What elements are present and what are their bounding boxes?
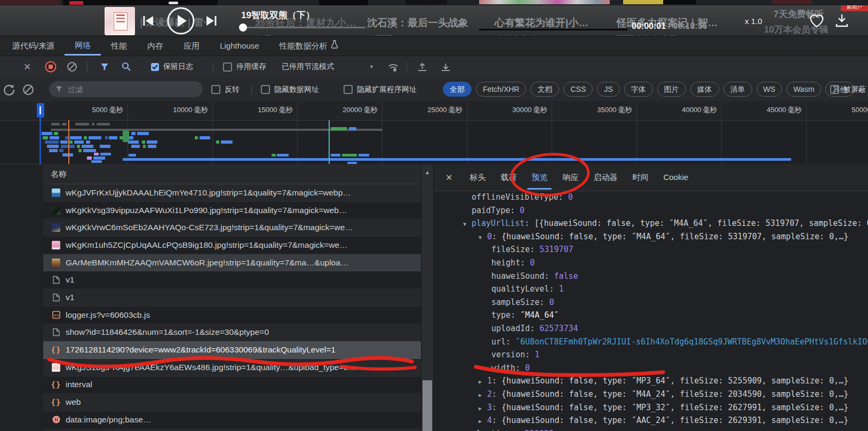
preview-json-line[interactable]: ▼playUrlList: [{huaweiSound: false, type… <box>434 218 868 232</box>
filter-input[interactable] <box>67 84 186 94</box>
tab-performance-insights[interactable]: 性能数据分析 <box>269 36 348 56</box>
expanded-arrow-icon[interactable]: ▼ <box>479 234 487 240</box>
filter-chip-img[interactable]: 图片 <box>657 82 686 97</box>
preview-json-line[interactable]: fileSize: 5319707 <box>434 245 868 258</box>
filter-chip-manifest[interactable]: 清单 <box>723 82 752 97</box>
preserve-log-checkbox[interactable] <box>151 63 159 71</box>
request-list-scrollbar[interactable]: ▲ <box>421 164 434 431</box>
collapsed-arrow-icon[interactable]: ▶ <box>479 379 487 385</box>
preview-json-line[interactable]: url: ″6U8onCT8EFmh0TpWr2RJIUI-s6Ih4XoTdg… <box>434 337 868 350</box>
preview-json-line[interactable]: offlineVisibleType: 0 <box>434 192 868 206</box>
progress-slider[interactable] <box>241 27 365 28</box>
network-overview[interactable]: 5000 毫秒10000 毫秒15000 毫秒20000 毫秒25000 毫秒3… <box>0 101 868 164</box>
record-network-log-button[interactable] <box>45 56 57 77</box>
request-row[interactable]: {}interval <box>43 377 421 394</box>
detail-tab-response[interactable]: 响应 <box>555 164 586 191</box>
preview-json-line[interactable]: playtimes: 230638 <box>434 429 868 431</box>
block-icon[interactable] <box>22 77 34 101</box>
close-devtools-icon[interactable]: ✕ <box>23 61 31 73</box>
request-row[interactable]: wKgKkVrwC6mSoEb2AAHYAQo-CsE723.jpg!strip… <box>43 219 421 237</box>
request-row[interactable]: v1 <box>43 289 421 307</box>
tab-lighthouse[interactable]: Lighthouse <box>210 36 269 56</box>
request-row[interactable]: «»logger.js?v=60603cb.js <box>43 307 421 324</box>
collapsed-arrow-icon[interactable]: ▶ <box>479 405 487 411</box>
clear-network-log-icon[interactable] <box>67 56 77 77</box>
request-row[interactable]: data:image/png;base… <box>43 411 421 429</box>
request-row[interactable]: wKgJS1og9-KAjg7eAAEkzY6aEWs486.jpg!strip… <box>43 359 421 377</box>
preview-json-line[interactable]: version: 1 <box>434 350 868 363</box>
preview-json-line[interactable]: qualityLevel: 1 <box>434 284 868 297</box>
search-icon[interactable] <box>122 56 131 77</box>
request-row[interactable]: v1 <box>43 271 421 289</box>
preview-json-line[interactable]: ▶1: {huaweiSound: false, type: ″MP3_64″,… <box>434 376 868 389</box>
detail-tab-initiator[interactable]: 启动器 <box>586 164 625 191</box>
favorite-heart-icon[interactable] <box>809 13 825 28</box>
chevron-down-icon[interactable]: ▼ <box>369 64 374 69</box>
preview-json-line[interactable]: width: 0 <box>434 363 868 377</box>
tab-memory[interactable]: 内存 <box>137 36 173 56</box>
invert-filter-checkbox[interactable] <box>211 85 220 94</box>
network-conditions-icon[interactable] <box>387 56 399 77</box>
filter-chip-js[interactable]: JS <box>597 82 619 97</box>
filter-chip-media[interactable]: 媒体 <box>690 82 719 97</box>
filter-chip-wasm[interactable]: Wasm <box>786 82 821 97</box>
detail-tab-preview[interactable]: 预览 <box>524 164 555 191</box>
scrollbar-up-icon[interactable]: ▲ <box>421 169 433 175</box>
preview-json-line[interactable]: ▶3: {huaweiSound: false, type: ″MP3_32″,… <box>434 403 868 416</box>
export-har-icon[interactable] <box>441 56 451 77</box>
detail-tab-payload[interactable]: 载荷 <box>493 164 524 191</box>
scrollbar-thumb[interactable] <box>423 380 432 431</box>
tab-sources[interactable]: 源代码/来源 <box>2 36 65 56</box>
detail-tab-headers[interactable]: 标头 <box>462 164 493 191</box>
close-detail-icon[interactable]: ✕ <box>445 173 452 183</box>
preview-json-line[interactable]: ▶2: {huaweiSound: false, type: ″M4A_24″,… <box>434 389 868 403</box>
expanded-arrow-icon[interactable]: ▼ <box>463 221 472 227</box>
previous-track-icon[interactable] <box>142 15 155 27</box>
detail-tab-timing[interactable]: 时间 <box>625 164 656 191</box>
filter-chip-doc[interactable]: 文档 <box>530 82 559 97</box>
request-row[interactable]: GArMeBMKmMHZAAQmVAMCW6oR.jpeg!strip=1&qu… <box>43 254 421 272</box>
slider-knob[interactable] <box>239 23 247 32</box>
preview-json-line[interactable]: ▼0: {huaweiSound: false, type: ″M4A_64″,… <box>434 232 868 245</box>
play-icon[interactable] <box>166 6 195 35</box>
tab-network[interactable]: 网络 <box>65 36 101 56</box>
filter-chip-all[interactable]: 全部 <box>443 82 472 97</box>
preview-json-line[interactable]: ▶4: {huaweiSound: false, type: ″AAC_24″,… <box>434 416 868 429</box>
request-row[interactable]: wKgKkVsg39vippuzAAFWuXi1LPo990.jpg!strip… <box>43 202 421 220</box>
timeline-handle[interactable] <box>37 103 44 117</box>
next-track-icon[interactable] <box>205 15 218 27</box>
tab-application[interactable]: 应用 <box>173 36 210 56</box>
request-row[interactable]: wKgJVFrKxUjjykDAAALhEiQmYe4710.jpg!strip… <box>43 184 421 202</box>
filter-chip-fetch-xhr[interactable]: Fetch/XHR <box>476 82 526 97</box>
request-row[interactable]: {}web <box>43 394 421 411</box>
request-table-header[interactable]: 名称 <box>43 164 421 184</box>
collapsed-arrow-icon[interactable]: ▶ <box>479 418 487 424</box>
request-row[interactable]: wKgJVVrqxFbmuT8uAKALX10UEU366…go=23… <box>43 429 421 431</box>
hide-extension-urls-checkbox[interactable] <box>344 85 353 94</box>
hide-data-urls-checkbox[interactable] <box>261 85 270 94</box>
detail-tab-cookies[interactable]: Cookie <box>656 164 696 191</box>
tab-performance[interactable]: 性能 <box>101 36 137 56</box>
preview-json-line[interactable]: huaweiSound: false <box>434 271 868 285</box>
import-har-icon[interactable] <box>417 56 427 77</box>
request-row[interactable]: {}1726128114290?device=www2&trackId=6063… <box>43 341 421 359</box>
preview-json-line[interactable]: type: ″M4A_64″ <box>434 310 868 324</box>
preview-json-line[interactable]: uploadId: 62573734 <box>434 324 868 337</box>
preview-json-line[interactable]: paidType: 0 <box>434 206 868 219</box>
request-row[interactable]: show?id=11846426&num=1&sort=-1&size=30&p… <box>43 324 421 342</box>
blocked-cookies-checkbox[interactable] <box>830 85 839 94</box>
filter-chip-ws[interactable]: WS <box>756 82 783 97</box>
disable-cache-checkbox[interactable] <box>223 62 232 72</box>
throttling-dropdown[interactable]: 已停用节流模式 <box>282 56 334 77</box>
collapsed-arrow-icon[interactable]: ▶ <box>479 392 487 398</box>
album-art[interactable] <box>105 7 135 35</box>
preview-json-line[interactable]: height: 0 <box>434 258 868 271</box>
playback-speed-button[interactable]: x 1.0 <box>745 17 762 26</box>
reload-icon[interactable] <box>3 77 15 101</box>
filter-chip-css[interactable]: CSS <box>563 82 593 97</box>
download-icon[interactable] <box>834 13 849 28</box>
request-row[interactable]: wKgKm1uh5ZCjCpUqAALcPQsB9ig180.jpg!strip… <box>43 237 421 254</box>
preview-json-line[interactable]: sampleSize: 0 <box>434 297 868 311</box>
filter-chip-font[interactable]: 字体 <box>624 82 653 97</box>
filter-toggle-icon[interactable] <box>100 56 109 77</box>
